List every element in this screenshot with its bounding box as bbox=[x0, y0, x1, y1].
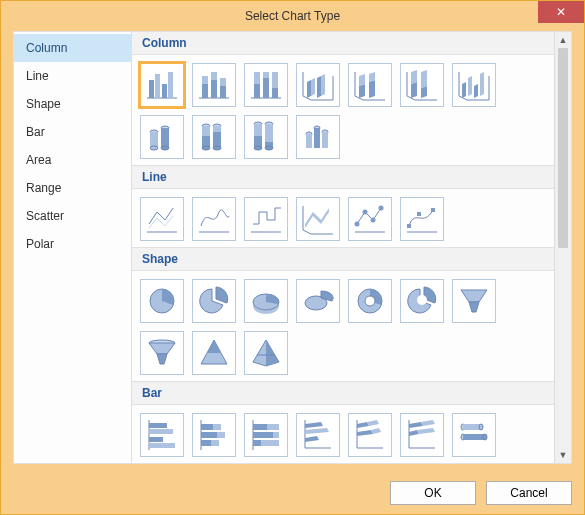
pie-2d-icon bbox=[145, 284, 179, 318]
chart-tile[interactable] bbox=[192, 63, 236, 107]
chart-tile[interactable] bbox=[452, 279, 496, 323]
svg-point-68 bbox=[355, 222, 360, 227]
chart-tile[interactable] bbox=[400, 63, 444, 107]
stacked-cylinder-icon bbox=[197, 120, 231, 154]
svg-marker-24 bbox=[359, 74, 365, 86]
svg-point-70 bbox=[371, 218, 376, 223]
clustered-column-3d-icon bbox=[301, 68, 335, 102]
chart-tile[interactable] bbox=[296, 63, 340, 107]
chart-tile[interactable] bbox=[140, 279, 184, 323]
chart-tile[interactable] bbox=[348, 63, 392, 107]
chart-tile[interactable] bbox=[140, 413, 184, 457]
svg-rect-17 bbox=[272, 88, 278, 98]
svg-point-127 bbox=[483, 434, 487, 440]
chart-tile[interactable] bbox=[296, 413, 340, 457]
svg-marker-30 bbox=[421, 70, 427, 88]
close-icon: ✕ bbox=[556, 5, 566, 19]
svg-rect-9 bbox=[211, 72, 217, 80]
sidebar-item-bar[interactable]: Bar bbox=[14, 118, 131, 146]
sidebar-item-scatter[interactable]: Scatter bbox=[14, 202, 131, 230]
svg-rect-103 bbox=[211, 440, 219, 446]
sidebar-item-shape[interactable]: Shape bbox=[14, 90, 131, 118]
svg-point-52 bbox=[254, 146, 262, 150]
svg-rect-62 bbox=[322, 132, 328, 148]
chart-tile[interactable] bbox=[140, 115, 184, 159]
svg-marker-32 bbox=[468, 76, 472, 96]
ok-button[interactable]: OK bbox=[390, 481, 476, 505]
chart-tile[interactable] bbox=[192, 115, 236, 159]
chart-tile[interactable] bbox=[400, 413, 444, 457]
chart-tile[interactable] bbox=[192, 331, 236, 375]
svg-rect-100 bbox=[201, 432, 217, 438]
100pct-stacked-bar-3d-icon bbox=[405, 418, 439, 452]
dialog-body: Column Line Shape Bar Area Range Scatter… bbox=[13, 31, 572, 464]
chart-tile[interactable] bbox=[296, 197, 340, 241]
cancel-button[interactable]: Cancel bbox=[486, 481, 572, 505]
svg-marker-82 bbox=[461, 290, 487, 302]
pyramid-3d-icon bbox=[249, 336, 283, 370]
sidebar-item-polar[interactable]: Polar bbox=[14, 230, 131, 258]
chart-tile[interactable] bbox=[244, 63, 288, 107]
svg-rect-6 bbox=[202, 84, 208, 98]
clustered-cylinder-icon bbox=[145, 120, 179, 154]
svg-rect-58 bbox=[306, 134, 312, 148]
chart-tile[interactable] bbox=[140, 197, 184, 241]
svg-marker-66 bbox=[305, 208, 329, 228]
chart-tile[interactable] bbox=[452, 413, 496, 457]
svg-marker-29 bbox=[421, 86, 427, 98]
pie-exploded-2d-icon bbox=[197, 284, 231, 318]
sidebar-item-column[interactable]: Column bbox=[14, 34, 131, 62]
svg-marker-27 bbox=[411, 82, 417, 98]
chart-tile[interactable] bbox=[244, 115, 288, 159]
chart-tile[interactable] bbox=[192, 197, 236, 241]
funnel-icon bbox=[457, 284, 491, 318]
chart-tile[interactable] bbox=[296, 115, 340, 159]
svg-marker-33 bbox=[474, 84, 478, 98]
sidebar-item-label: Bar bbox=[26, 125, 45, 139]
scroll-down-icon: ▼ bbox=[555, 447, 571, 463]
chart-tile[interactable] bbox=[400, 197, 444, 241]
chart-tile[interactable] bbox=[244, 197, 288, 241]
scrollbar-thumb[interactable] bbox=[558, 48, 568, 248]
svg-rect-18 bbox=[272, 72, 278, 88]
chart-tile[interactable] bbox=[244, 331, 288, 375]
chart-tile[interactable] bbox=[140, 63, 184, 107]
chart-gallery: Column Line bbox=[132, 32, 554, 463]
vertical-scrollbar[interactable]: ▲ ▼ bbox=[554, 32, 571, 463]
chart-tile[interactable] bbox=[348, 413, 392, 457]
svg-marker-114 bbox=[357, 422, 369, 428]
chart-tile[interactable] bbox=[348, 197, 392, 241]
svg-rect-54 bbox=[265, 124, 273, 142]
svg-marker-83 bbox=[469, 302, 479, 312]
svg-rect-94 bbox=[149, 429, 173, 434]
svg-rect-11 bbox=[220, 78, 226, 86]
svg-marker-113 bbox=[305, 436, 319, 442]
tile-row-shape bbox=[132, 271, 554, 381]
main-wrap: Column Line bbox=[132, 32, 571, 463]
svg-rect-96 bbox=[149, 443, 175, 448]
svg-rect-105 bbox=[253, 424, 267, 430]
sidebar-item-line[interactable]: Line bbox=[14, 62, 131, 90]
chart-tile[interactable] bbox=[192, 413, 236, 457]
svg-rect-110 bbox=[261, 440, 279, 446]
clustered-bar-2d-icon bbox=[145, 418, 179, 452]
chart-tile[interactable] bbox=[348, 279, 392, 323]
chart-tile[interactable] bbox=[244, 413, 288, 457]
svg-marker-90 bbox=[266, 340, 279, 366]
close-button[interactable]: ✕ bbox=[538, 1, 584, 23]
svg-rect-95 bbox=[149, 437, 163, 442]
svg-point-80 bbox=[365, 296, 375, 306]
chart-tile[interactable] bbox=[296, 279, 340, 323]
chart-tile[interactable] bbox=[192, 279, 236, 323]
svg-rect-14 bbox=[254, 72, 260, 84]
chart-tile[interactable] bbox=[400, 279, 444, 323]
svg-rect-123 bbox=[463, 424, 481, 430]
chart-tile[interactable] bbox=[244, 279, 288, 323]
stacked-column-3d-icon bbox=[353, 68, 387, 102]
sidebar-item-range[interactable]: Range bbox=[14, 174, 131, 202]
sidebar-item-area[interactable]: Area bbox=[14, 146, 131, 174]
chart-tile[interactable] bbox=[140, 331, 184, 375]
chart-tile[interactable] bbox=[452, 63, 496, 107]
svg-rect-102 bbox=[201, 440, 211, 446]
stacked-column-2d-icon bbox=[197, 68, 231, 102]
